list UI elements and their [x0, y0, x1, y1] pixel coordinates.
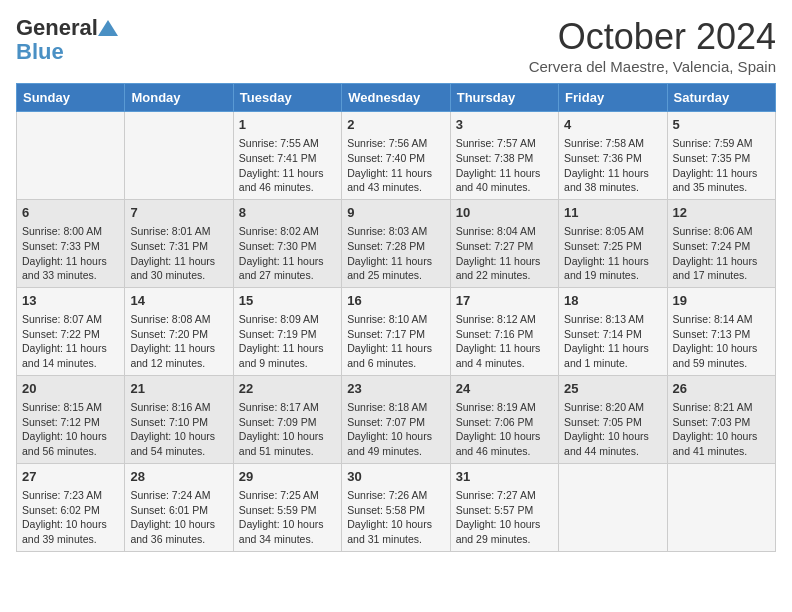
calendar-cell: 28Sunrise: 7:24 AM Sunset: 6:01 PM Dayli…: [125, 463, 233, 551]
day-number: 25: [564, 380, 661, 398]
calendar-cell: 29Sunrise: 7:25 AM Sunset: 5:59 PM Dayli…: [233, 463, 341, 551]
day-info: Sunrise: 8:02 AM Sunset: 7:30 PM Dayligh…: [239, 224, 336, 283]
day-number: 30: [347, 468, 444, 486]
day-info: Sunrise: 8:08 AM Sunset: 7:20 PM Dayligh…: [130, 312, 227, 371]
logo-icon: [98, 18, 118, 38]
header-monday: Monday: [125, 84, 233, 112]
calendar-cell: 13Sunrise: 8:07 AM Sunset: 7:22 PM Dayli…: [17, 287, 125, 375]
day-info: Sunrise: 8:09 AM Sunset: 7:19 PM Dayligh…: [239, 312, 336, 371]
calendar-cell: 6Sunrise: 8:00 AM Sunset: 7:33 PM Daylig…: [17, 199, 125, 287]
day-number: 9: [347, 204, 444, 222]
header-sunday: Sunday: [17, 84, 125, 112]
day-number: 5: [673, 116, 770, 134]
calendar-cell: 21Sunrise: 8:16 AM Sunset: 7:10 PM Dayli…: [125, 375, 233, 463]
calendar-week-row: 1Sunrise: 7:55 AM Sunset: 7:41 PM Daylig…: [17, 112, 776, 200]
calendar-cell: 4Sunrise: 7:58 AM Sunset: 7:36 PM Daylig…: [559, 112, 667, 200]
day-info: Sunrise: 8:19 AM Sunset: 7:06 PM Dayligh…: [456, 400, 553, 459]
day-number: 28: [130, 468, 227, 486]
day-info: Sunrise: 7:57 AM Sunset: 7:38 PM Dayligh…: [456, 136, 553, 195]
calendar-cell: 3Sunrise: 7:57 AM Sunset: 7:38 PM Daylig…: [450, 112, 558, 200]
calendar-cell: 18Sunrise: 8:13 AM Sunset: 7:14 PM Dayli…: [559, 287, 667, 375]
day-number: 2: [347, 116, 444, 134]
calendar-cell: 8Sunrise: 8:02 AM Sunset: 7:30 PM Daylig…: [233, 199, 341, 287]
calendar-cell: 16Sunrise: 8:10 AM Sunset: 7:17 PM Dayli…: [342, 287, 450, 375]
day-number: 20: [22, 380, 119, 398]
header-thursday: Thursday: [450, 84, 558, 112]
location-subtitle: Cervera del Maestre, Valencia, Spain: [529, 58, 776, 75]
day-number: 14: [130, 292, 227, 310]
day-info: Sunrise: 7:26 AM Sunset: 5:58 PM Dayligh…: [347, 488, 444, 547]
calendar-cell: 12Sunrise: 8:06 AM Sunset: 7:24 PM Dayli…: [667, 199, 775, 287]
day-info: Sunrise: 8:13 AM Sunset: 7:14 PM Dayligh…: [564, 312, 661, 371]
calendar-cell: 1Sunrise: 7:55 AM Sunset: 7:41 PM Daylig…: [233, 112, 341, 200]
day-info: Sunrise: 7:23 AM Sunset: 6:02 PM Dayligh…: [22, 488, 119, 547]
day-number: 22: [239, 380, 336, 398]
day-number: 21: [130, 380, 227, 398]
day-number: 19: [673, 292, 770, 310]
calendar-cell: 15Sunrise: 8:09 AM Sunset: 7:19 PM Dayli…: [233, 287, 341, 375]
day-number: 23: [347, 380, 444, 398]
calendar-cell: [125, 112, 233, 200]
calendar-cell: 24Sunrise: 8:19 AM Sunset: 7:06 PM Dayli…: [450, 375, 558, 463]
day-info: Sunrise: 8:07 AM Sunset: 7:22 PM Dayligh…: [22, 312, 119, 371]
calendar-cell: 17Sunrise: 8:12 AM Sunset: 7:16 PM Dayli…: [450, 287, 558, 375]
day-info: Sunrise: 7:55 AM Sunset: 7:41 PM Dayligh…: [239, 136, 336, 195]
day-number: 29: [239, 468, 336, 486]
day-number: 16: [347, 292, 444, 310]
day-number: 3: [456, 116, 553, 134]
calendar-cell: 11Sunrise: 8:05 AM Sunset: 7:25 PM Dayli…: [559, 199, 667, 287]
calendar-cell: 22Sunrise: 8:17 AM Sunset: 7:09 PM Dayli…: [233, 375, 341, 463]
header-saturday: Saturday: [667, 84, 775, 112]
day-info: Sunrise: 7:56 AM Sunset: 7:40 PM Dayligh…: [347, 136, 444, 195]
calendar-cell: 20Sunrise: 8:15 AM Sunset: 7:12 PM Dayli…: [17, 375, 125, 463]
day-info: Sunrise: 8:16 AM Sunset: 7:10 PM Dayligh…: [130, 400, 227, 459]
day-number: 11: [564, 204, 661, 222]
calendar-table: SundayMondayTuesdayWednesdayThursdayFrid…: [16, 83, 776, 552]
day-number: 26: [673, 380, 770, 398]
day-number: 6: [22, 204, 119, 222]
month-title: October 2024: [529, 16, 776, 58]
day-info: Sunrise: 8:10 AM Sunset: 7:17 PM Dayligh…: [347, 312, 444, 371]
day-info: Sunrise: 8:18 AM Sunset: 7:07 PM Dayligh…: [347, 400, 444, 459]
day-info: Sunrise: 8:04 AM Sunset: 7:27 PM Dayligh…: [456, 224, 553, 283]
calendar-week-row: 13Sunrise: 8:07 AM Sunset: 7:22 PM Dayli…: [17, 287, 776, 375]
calendar-cell: 9Sunrise: 8:03 AM Sunset: 7:28 PM Daylig…: [342, 199, 450, 287]
day-number: 24: [456, 380, 553, 398]
calendar-week-row: 6Sunrise: 8:00 AM Sunset: 7:33 PM Daylig…: [17, 199, 776, 287]
calendar-week-row: 27Sunrise: 7:23 AM Sunset: 6:02 PM Dayli…: [17, 463, 776, 551]
title-block: October 2024 Cervera del Maestre, Valenc…: [529, 16, 776, 75]
day-info: Sunrise: 7:24 AM Sunset: 6:01 PM Dayligh…: [130, 488, 227, 547]
day-number: 10: [456, 204, 553, 222]
header-tuesday: Tuesday: [233, 84, 341, 112]
day-info: Sunrise: 8:01 AM Sunset: 7:31 PM Dayligh…: [130, 224, 227, 283]
day-info: Sunrise: 8:20 AM Sunset: 7:05 PM Dayligh…: [564, 400, 661, 459]
day-number: 1: [239, 116, 336, 134]
day-info: Sunrise: 8:14 AM Sunset: 7:13 PM Dayligh…: [673, 312, 770, 371]
day-number: 18: [564, 292, 661, 310]
day-info: Sunrise: 8:12 AM Sunset: 7:16 PM Dayligh…: [456, 312, 553, 371]
day-info: Sunrise: 8:03 AM Sunset: 7:28 PM Dayligh…: [347, 224, 444, 283]
day-info: Sunrise: 7:25 AM Sunset: 5:59 PM Dayligh…: [239, 488, 336, 547]
calendar-header-row: SundayMondayTuesdayWednesdayThursdayFrid…: [17, 84, 776, 112]
calendar-week-row: 20Sunrise: 8:15 AM Sunset: 7:12 PM Dayli…: [17, 375, 776, 463]
calendar-cell: 25Sunrise: 8:20 AM Sunset: 7:05 PM Dayli…: [559, 375, 667, 463]
day-number: 4: [564, 116, 661, 134]
day-number: 8: [239, 204, 336, 222]
calendar-cell: 30Sunrise: 7:26 AM Sunset: 5:58 PM Dayli…: [342, 463, 450, 551]
calendar-cell: 10Sunrise: 8:04 AM Sunset: 7:27 PM Dayli…: [450, 199, 558, 287]
day-number: 31: [456, 468, 553, 486]
calendar-cell: 7Sunrise: 8:01 AM Sunset: 7:31 PM Daylig…: [125, 199, 233, 287]
logo: General Blue: [16, 16, 118, 64]
calendar-cell: 14Sunrise: 8:08 AM Sunset: 7:20 PM Dayli…: [125, 287, 233, 375]
day-info: Sunrise: 7:58 AM Sunset: 7:36 PM Dayligh…: [564, 136, 661, 195]
calendar-cell: [559, 463, 667, 551]
logo-text-blue: Blue: [16, 40, 64, 64]
calendar-cell: 2Sunrise: 7:56 AM Sunset: 7:40 PM Daylig…: [342, 112, 450, 200]
calendar-cell: 19Sunrise: 8:14 AM Sunset: 7:13 PM Dayli…: [667, 287, 775, 375]
svg-marker-0: [98, 20, 118, 36]
day-info: Sunrise: 8:00 AM Sunset: 7:33 PM Dayligh…: [22, 224, 119, 283]
calendar-cell: 31Sunrise: 7:27 AM Sunset: 5:57 PM Dayli…: [450, 463, 558, 551]
day-number: 15: [239, 292, 336, 310]
day-info: Sunrise: 7:59 AM Sunset: 7:35 PM Dayligh…: [673, 136, 770, 195]
day-info: Sunrise: 8:15 AM Sunset: 7:12 PM Dayligh…: [22, 400, 119, 459]
